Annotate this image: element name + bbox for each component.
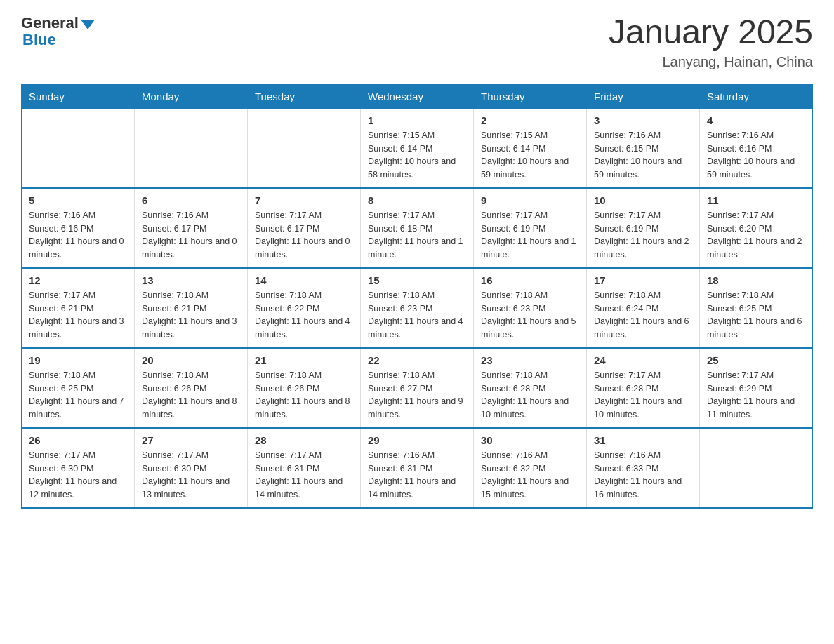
calendar-cell: 9Sunrise: 7:17 AM Sunset: 6:19 PM Daylig…: [474, 188, 587, 268]
calendar-cell: 3Sunrise: 7:16 AM Sunset: 6:15 PM Daylig…: [587, 108, 700, 188]
calendar-cell: [22, 108, 135, 188]
calendar-cell: 12Sunrise: 7:17 AM Sunset: 6:21 PM Dayli…: [22, 268, 135, 348]
calendar-cell: 10Sunrise: 7:17 AM Sunset: 6:19 PM Dayli…: [587, 188, 700, 268]
day-number: 25: [707, 354, 805, 366]
header-cell-sunday: Sunday: [22, 84, 135, 108]
day-info: Sunrise: 7:17 AM Sunset: 6:31 PM Dayligh…: [255, 449, 353, 502]
calendar-header-row: SundayMondayTuesdayWednesdayThursdayFrid…: [22, 84, 813, 108]
day-info: Sunrise: 7:17 AM Sunset: 6:18 PM Dayligh…: [368, 209, 466, 262]
calendar-cell: 22Sunrise: 7:18 AM Sunset: 6:27 PM Dayli…: [361, 348, 474, 428]
calendar-cell: 30Sunrise: 7:16 AM Sunset: 6:32 PM Dayli…: [474, 428, 587, 508]
day-info: Sunrise: 7:16 AM Sunset: 6:32 PM Dayligh…: [481, 449, 579, 502]
calendar-week-row: 19Sunrise: 7:18 AM Sunset: 6:25 PM Dayli…: [22, 348, 813, 428]
logo-arrow-icon: [81, 20, 95, 29]
calendar-cell: 4Sunrise: 7:16 AM Sunset: 6:16 PM Daylig…: [700, 108, 813, 188]
day-number: 5: [29, 194, 127, 206]
day-number: 12: [29, 274, 127, 286]
calendar-cell: 6Sunrise: 7:16 AM Sunset: 6:17 PM Daylig…: [135, 188, 248, 268]
day-number: 4: [707, 114, 805, 126]
page-header: General Blue January 2025 Lanyang, Haina…: [21, 14, 813, 70]
day-number: 15: [368, 274, 466, 286]
calendar-week-row: 1Sunrise: 7:15 AM Sunset: 6:14 PM Daylig…: [22, 108, 813, 188]
day-number: 7: [255, 194, 353, 206]
day-number: 3: [594, 114, 692, 126]
day-info: Sunrise: 7:16 AM Sunset: 6:15 PM Dayligh…: [594, 129, 692, 182]
calendar-week-row: 12Sunrise: 7:17 AM Sunset: 6:21 PM Dayli…: [22, 268, 813, 348]
day-number: 14: [255, 274, 353, 286]
day-number: 17: [594, 274, 692, 286]
calendar-cell: 17Sunrise: 7:18 AM Sunset: 6:24 PM Dayli…: [587, 268, 700, 348]
day-number: 18: [707, 274, 805, 286]
calendar-cell: 5Sunrise: 7:16 AM Sunset: 6:16 PM Daylig…: [22, 188, 135, 268]
calendar-cell: 15Sunrise: 7:18 AM Sunset: 6:23 PM Dayli…: [361, 268, 474, 348]
header-cell-tuesday: Tuesday: [248, 84, 361, 108]
day-info: Sunrise: 7:15 AM Sunset: 6:14 PM Dayligh…: [481, 129, 579, 182]
calendar-cell: [248, 108, 361, 188]
calendar-cell: 31Sunrise: 7:16 AM Sunset: 6:33 PM Dayli…: [587, 428, 700, 508]
day-number: 13: [142, 274, 240, 286]
day-info: Sunrise: 7:18 AM Sunset: 6:27 PM Dayligh…: [368, 369, 466, 422]
day-number: 28: [255, 434, 353, 446]
day-info: Sunrise: 7:18 AM Sunset: 6:26 PM Dayligh…: [255, 369, 353, 422]
day-number: 2: [481, 114, 579, 126]
day-number: 24: [594, 354, 692, 366]
day-info: Sunrise: 7:16 AM Sunset: 6:33 PM Dayligh…: [594, 449, 692, 502]
day-number: 8: [368, 194, 466, 206]
day-info: Sunrise: 7:17 AM Sunset: 6:21 PM Dayligh…: [29, 289, 127, 342]
calendar-cell: 24Sunrise: 7:17 AM Sunset: 6:28 PM Dayli…: [587, 348, 700, 428]
day-info: Sunrise: 7:18 AM Sunset: 6:25 PM Dayligh…: [707, 289, 805, 342]
day-info: Sunrise: 7:18 AM Sunset: 6:21 PM Dayligh…: [142, 289, 240, 342]
calendar-cell: 11Sunrise: 7:17 AM Sunset: 6:20 PM Dayli…: [700, 188, 813, 268]
day-number: 20: [142, 354, 240, 366]
calendar-cell: 20Sunrise: 7:18 AM Sunset: 6:26 PM Dayli…: [135, 348, 248, 428]
day-info: Sunrise: 7:15 AM Sunset: 6:14 PM Dayligh…: [368, 129, 466, 182]
header-cell-monday: Monday: [135, 84, 248, 108]
day-number: 26: [29, 434, 127, 446]
calendar-week-row: 5Sunrise: 7:16 AM Sunset: 6:16 PM Daylig…: [22, 188, 813, 268]
day-number: 11: [707, 194, 805, 206]
day-number: 1: [368, 114, 466, 126]
day-number: 9: [481, 194, 579, 206]
calendar-cell: 21Sunrise: 7:18 AM Sunset: 6:26 PM Dayli…: [248, 348, 361, 428]
day-info: Sunrise: 7:17 AM Sunset: 6:17 PM Dayligh…: [255, 209, 353, 262]
header-cell-thursday: Thursday: [474, 84, 587, 108]
header-cell-wednesday: Wednesday: [361, 84, 474, 108]
calendar-cell: 14Sunrise: 7:18 AM Sunset: 6:22 PM Dayli…: [248, 268, 361, 348]
calendar-cell: 25Sunrise: 7:17 AM Sunset: 6:29 PM Dayli…: [700, 348, 813, 428]
calendar-cell: 16Sunrise: 7:18 AM Sunset: 6:23 PM Dayli…: [474, 268, 587, 348]
calendar-cell: [700, 428, 813, 508]
calendar-cell: 27Sunrise: 7:17 AM Sunset: 6:30 PM Dayli…: [135, 428, 248, 508]
calendar-table: SundayMondayTuesdayWednesdayThursdayFrid…: [21, 84, 813, 509]
day-number: 10: [594, 194, 692, 206]
day-number: 6: [142, 194, 240, 206]
day-number: 30: [481, 434, 579, 446]
header-cell-friday: Friday: [587, 84, 700, 108]
day-number: 23: [481, 354, 579, 366]
logo-blue-text: Blue: [22, 31, 56, 49]
day-info: Sunrise: 7:17 AM Sunset: 6:19 PM Dayligh…: [594, 209, 692, 262]
calendar-cell: 28Sunrise: 7:17 AM Sunset: 6:31 PM Dayli…: [248, 428, 361, 508]
day-info: Sunrise: 7:16 AM Sunset: 6:16 PM Dayligh…: [707, 129, 805, 182]
day-number: 31: [594, 434, 692, 446]
calendar-cell: 1Sunrise: 7:15 AM Sunset: 6:14 PM Daylig…: [361, 108, 474, 188]
day-number: 16: [481, 274, 579, 286]
calendar-cell: 19Sunrise: 7:18 AM Sunset: 6:25 PM Dayli…: [22, 348, 135, 428]
title-block: January 2025 Lanyang, Hainan, China: [609, 14, 813, 70]
logo-general-text: General: [21, 14, 79, 32]
day-info: Sunrise: 7:16 AM Sunset: 6:17 PM Dayligh…: [142, 209, 240, 262]
day-info: Sunrise: 7:18 AM Sunset: 6:28 PM Dayligh…: [481, 369, 579, 422]
day-number: 21: [255, 354, 353, 366]
day-info: Sunrise: 7:18 AM Sunset: 6:24 PM Dayligh…: [594, 289, 692, 342]
logo: General Blue: [21, 14, 95, 49]
day-info: Sunrise: 7:17 AM Sunset: 6:30 PM Dayligh…: [142, 449, 240, 502]
day-info: Sunrise: 7:17 AM Sunset: 6:29 PM Dayligh…: [707, 369, 805, 422]
calendar-cell: 18Sunrise: 7:18 AM Sunset: 6:25 PM Dayli…: [700, 268, 813, 348]
day-info: Sunrise: 7:17 AM Sunset: 6:19 PM Dayligh…: [481, 209, 579, 262]
calendar-cell: 2Sunrise: 7:15 AM Sunset: 6:14 PM Daylig…: [474, 108, 587, 188]
day-number: 29: [368, 434, 466, 446]
calendar-cell: 26Sunrise: 7:17 AM Sunset: 6:30 PM Dayli…: [22, 428, 135, 508]
calendar-cell: 8Sunrise: 7:17 AM Sunset: 6:18 PM Daylig…: [361, 188, 474, 268]
calendar-cell: 29Sunrise: 7:16 AM Sunset: 6:31 PM Dayli…: [361, 428, 474, 508]
day-number: 19: [29, 354, 127, 366]
day-info: Sunrise: 7:16 AM Sunset: 6:31 PM Dayligh…: [368, 449, 466, 502]
